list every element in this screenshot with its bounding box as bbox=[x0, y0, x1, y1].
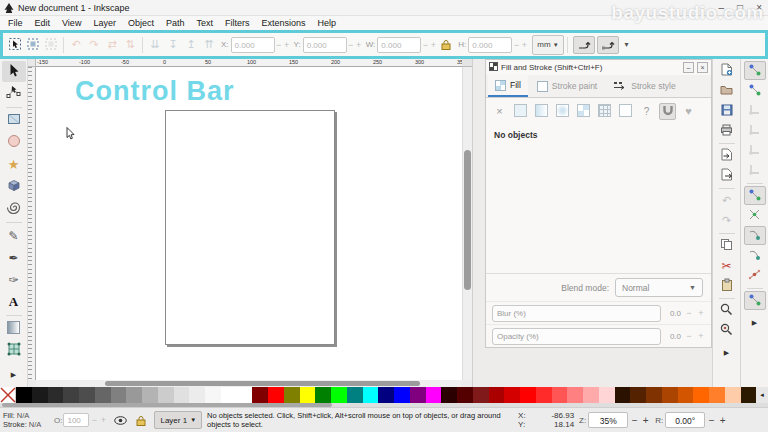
rotate-ccw-button[interactable]: ↶ bbox=[67, 36, 85, 54]
scale-corners-toggle[interactable] bbox=[597, 36, 619, 54]
snap-others-button[interactable] bbox=[744, 291, 766, 310]
color-swatch[interactable] bbox=[63, 387, 79, 403]
zoom-decrement-button[interactable]: − bbox=[630, 415, 639, 426]
paint-flat-button[interactable] bbox=[512, 103, 529, 120]
maximize-button[interactable]: □ bbox=[737, 0, 743, 16]
palette-scroll-left-icon[interactable]: ◂ bbox=[756, 387, 768, 403]
color-swatch[interactable] bbox=[237, 387, 253, 403]
color-swatch[interactable] bbox=[32, 387, 48, 403]
h-input[interactable]: 0.000 bbox=[468, 37, 512, 53]
snap-toggle-button[interactable] bbox=[744, 61, 766, 80]
spiral-tool[interactable] bbox=[2, 198, 26, 219]
raise-button[interactable]: ↥ bbox=[182, 36, 200, 54]
color-swatch[interactable] bbox=[221, 387, 237, 403]
x-decrement-button[interactable]: − bbox=[275, 40, 283, 50]
vertical-scrollbar-thumb[interactable] bbox=[464, 150, 471, 290]
paint-pattern-button[interactable] bbox=[575, 103, 592, 120]
color-swatch[interactable] bbox=[284, 387, 300, 403]
snap-bbox-centers-button[interactable] bbox=[744, 161, 766, 180]
opacity-increment-button[interactable]: + bbox=[99, 415, 107, 425]
color-swatch[interactable] bbox=[536, 387, 552, 403]
toolbox-overflow[interactable]: ▶ bbox=[2, 362, 26, 383]
zoom-to-selection-button[interactable] bbox=[716, 301, 738, 320]
color-swatch[interactable] bbox=[552, 387, 568, 403]
lower-button[interactable]: ↧ bbox=[164, 36, 182, 54]
menu-item[interactable]: Layer bbox=[87, 16, 122, 30]
color-swatch[interactable] bbox=[457, 387, 473, 403]
cut-button[interactable]: ✂ bbox=[716, 256, 738, 275]
pencil-tool[interactable]: ✎ bbox=[2, 225, 26, 246]
horizontal-scrollbar[interactable] bbox=[36, 380, 462, 387]
import-button[interactable] bbox=[716, 146, 738, 165]
lock-ratio-icon[interactable] bbox=[437, 36, 455, 54]
paint-swatch-button[interactable] bbox=[596, 103, 613, 120]
x-input[interactable]: 0.000 bbox=[231, 37, 275, 53]
color-swatch[interactable] bbox=[583, 387, 599, 403]
flip-vertical-button[interactable]: ⇅ bbox=[121, 36, 139, 54]
tab-stroke-style[interactable]: Stroke style bbox=[606, 75, 682, 97]
color-swatch[interactable] bbox=[48, 387, 64, 403]
snap-cusp-nodes-button[interactable] bbox=[744, 226, 766, 245]
print-document-button[interactable] bbox=[716, 121, 738, 140]
copy-button[interactable] bbox=[716, 236, 738, 255]
h-increment-button[interactable]: + bbox=[520, 40, 528, 50]
w-input[interactable]: 0.000 bbox=[377, 37, 421, 53]
color-swatch[interactable] bbox=[315, 387, 331, 403]
undo-button[interactable]: ↶ bbox=[716, 191, 738, 210]
color-swatch[interactable] bbox=[599, 387, 615, 403]
snap-bbox-button[interactable] bbox=[744, 81, 766, 100]
box3d-tool[interactable] bbox=[2, 176, 26, 197]
menu-item[interactable]: Object bbox=[122, 16, 160, 30]
opacity-increment-button[interactable]: + bbox=[697, 331, 705, 341]
rotate-cw-button[interactable]: ↷ bbox=[85, 36, 103, 54]
h-decrement-button[interactable]: − bbox=[512, 40, 520, 50]
panel-close-button[interactable]: × bbox=[697, 62, 708, 73]
menu-item[interactable]: Text bbox=[190, 16, 219, 30]
color-swatch[interactable] bbox=[95, 387, 111, 403]
color-swatch[interactable] bbox=[347, 387, 363, 403]
opacity-slider[interactable]: Opacity (%) bbox=[492, 328, 661, 345]
color-swatch[interactable] bbox=[174, 387, 190, 403]
color-swatch[interactable] bbox=[567, 387, 583, 403]
vertical-scrollbar[interactable] bbox=[462, 67, 472, 380]
menu-item[interactable]: Path bbox=[160, 16, 191, 30]
snap-bbox-edge-midpoints-button[interactable] bbox=[744, 141, 766, 160]
w-increment-button[interactable]: + bbox=[429, 40, 437, 50]
snap-bbox-corners-button[interactable] bbox=[744, 121, 766, 140]
color-swatch[interactable] bbox=[520, 387, 536, 403]
color-swatch[interactable] bbox=[630, 387, 646, 403]
color-swatch[interactable] bbox=[189, 387, 205, 403]
scale-stroke-toggle[interactable] bbox=[573, 36, 595, 54]
color-swatch[interactable] bbox=[615, 387, 631, 403]
calligraphy-tool[interactable]: ✑ bbox=[2, 269, 26, 290]
panel-dock-button[interactable]: – bbox=[683, 62, 694, 73]
paint-unknown-button[interactable] bbox=[617, 103, 634, 120]
redo-button[interactable]: ↷ bbox=[716, 211, 738, 230]
color-swatch[interactable] bbox=[126, 387, 142, 403]
snap-smooth-nodes-button[interactable] bbox=[744, 246, 766, 265]
vertical-ruler[interactable] bbox=[28, 67, 36, 380]
zoom-to-drawing-button[interactable] bbox=[716, 321, 738, 340]
tab-fill[interactable]: Fill bbox=[488, 75, 528, 97]
color-swatch[interactable] bbox=[363, 387, 379, 403]
color-swatch[interactable] bbox=[473, 387, 489, 403]
horizontal-scrollbar-thumb[interactable] bbox=[105, 381, 420, 386]
zoom-increment-button[interactable]: + bbox=[641, 415, 650, 426]
commands-overflow[interactable]: ▶ bbox=[716, 341, 738, 360]
color-swatch[interactable] bbox=[693, 387, 709, 403]
open-document-button[interactable] bbox=[716, 81, 738, 100]
blur-decrement-button[interactable]: − bbox=[685, 308, 693, 318]
color-swatch[interactable] bbox=[441, 387, 457, 403]
tab-stroke-paint[interactable]: Stroke paint bbox=[530, 75, 604, 97]
menu-item[interactable]: Extensions bbox=[255, 16, 311, 30]
flip-horizontal-button[interactable]: ⇄ bbox=[103, 36, 121, 54]
blur-slider[interactable]: Blur (%) bbox=[492, 305, 661, 322]
color-swatch[interactable] bbox=[268, 387, 284, 403]
paint-radial-gradient-button[interactable] bbox=[554, 103, 571, 120]
snap-bbox-edges-button[interactable] bbox=[744, 101, 766, 120]
menu-item[interactable]: Edit bbox=[29, 16, 57, 30]
color-swatch[interactable] bbox=[426, 387, 442, 403]
no-color-swatch[interactable] bbox=[0, 387, 16, 403]
color-swatch[interactable] bbox=[252, 387, 268, 403]
snap-line-midpoints-button[interactable] bbox=[744, 266, 766, 285]
